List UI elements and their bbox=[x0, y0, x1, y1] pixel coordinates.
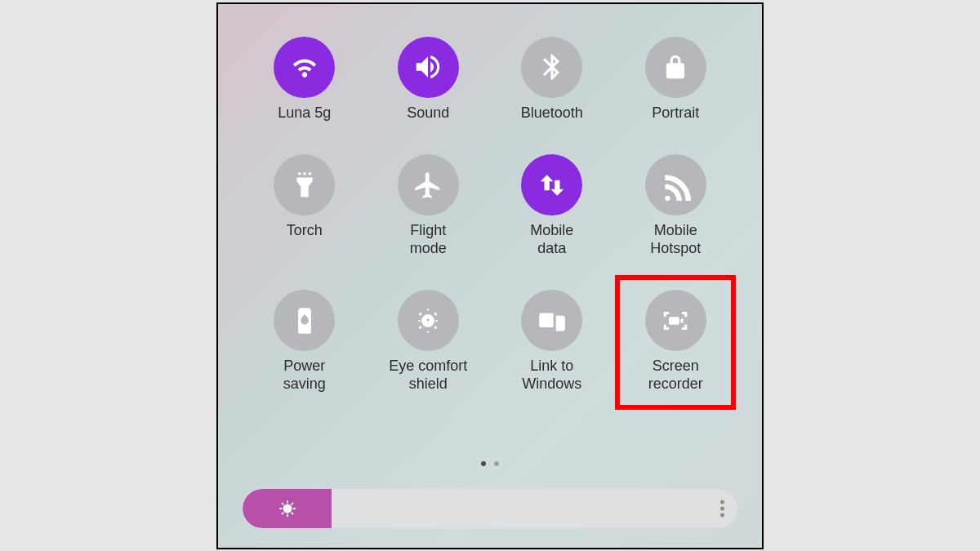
tile-torch[interactable]: Torch bbox=[243, 154, 366, 257]
tile-label: Eye comfort shield bbox=[389, 358, 467, 393]
tile-label: Luna 5g bbox=[278, 104, 331, 122]
tile-label: Flight mode bbox=[410, 222, 447, 257]
power-saving-icon bbox=[274, 290, 335, 351]
quick-settings-panel: Luna 5g Sound Bluetooth Portrait bbox=[218, 4, 762, 548]
tile-mobile-hotspot[interactable]: Mobile Hotspot bbox=[614, 154, 737, 257]
torch-icon bbox=[274, 154, 335, 216]
quick-settings-grid: Luna 5g Sound Bluetooth Portrait bbox=[243, 37, 737, 393]
mobile-data-icon bbox=[521, 154, 582, 216]
portrait-lock-icon bbox=[645, 37, 706, 98]
tile-label: Link to Windows bbox=[522, 358, 581, 393]
tile-label: Screen recorder bbox=[648, 358, 703, 393]
tile-bluetooth[interactable]: Bluetooth bbox=[491, 37, 613, 122]
eye-comfort-icon bbox=[398, 290, 459, 351]
airplane-icon bbox=[398, 154, 459, 216]
sound-icon bbox=[398, 37, 459, 98]
tile-portrait[interactable]: Portrait bbox=[614, 37, 737, 122]
page-indicator[interactable] bbox=[218, 461, 762, 466]
tile-flight-mode[interactable]: Flight mode bbox=[367, 154, 489, 257]
tile-power-saving[interactable]: Power saving bbox=[243, 290, 366, 393]
tile-eye-comfort[interactable]: Eye comfort shield bbox=[367, 290, 489, 393]
tile-label: Mobile data bbox=[530, 222, 573, 257]
screen-recorder-icon bbox=[645, 290, 706, 351]
sun-icon bbox=[278, 500, 296, 518]
tile-label: Sound bbox=[407, 104, 449, 122]
tile-wifi[interactable]: Luna 5g bbox=[243, 37, 366, 122]
tile-label: Mobile Hotspot bbox=[650, 222, 701, 257]
brightness-fill bbox=[243, 489, 332, 528]
tile-sound[interactable]: Sound bbox=[367, 37, 489, 122]
link-windows-icon bbox=[521, 290, 582, 351]
brightness-slider[interactable] bbox=[243, 489, 737, 528]
tile-screen-recorder[interactable]: Screen recorder bbox=[614, 290, 737, 393]
tile-label: Portrait bbox=[652, 104, 699, 122]
tile-label: Torch bbox=[287, 222, 323, 240]
page-dot bbox=[494, 461, 499, 466]
tile-label: Power saving bbox=[283, 358, 326, 393]
page-dot-active bbox=[481, 461, 486, 466]
tile-label: Bluetooth bbox=[521, 104, 583, 122]
tile-link-windows[interactable]: Link to Windows bbox=[491, 290, 613, 393]
wifi-icon bbox=[274, 37, 335, 98]
tile-mobile-data[interactable]: Mobile data bbox=[491, 154, 613, 257]
device-frame: Luna 5g Sound Bluetooth Portrait bbox=[216, 2, 764, 549]
brightness-menu-button[interactable] bbox=[720, 500, 724, 517]
hotspot-icon bbox=[645, 154, 706, 216]
bluetooth-icon bbox=[521, 37, 582, 98]
